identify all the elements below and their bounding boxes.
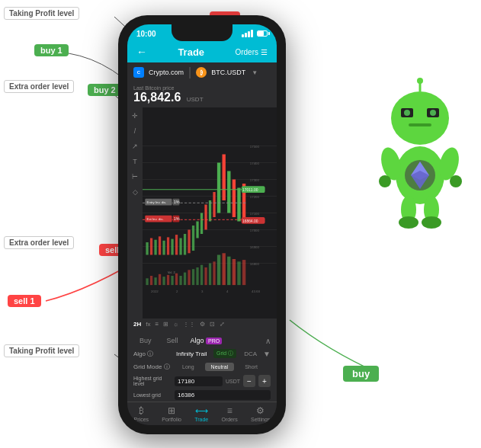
svg-rect-20: [175, 235, 178, 254]
line-tool[interactable]: /: [130, 126, 140, 136]
svg-point-88: [391, 91, 449, 145]
settings-icon: ⚙: [256, 405, 265, 416]
dca-label: DCA: [244, 350, 257, 357]
timeframe-screenshot[interactable]: ⊡: [210, 321, 215, 328]
trade-icon: ⟷: [195, 405, 208, 416]
svg-rect-21: [179, 238, 181, 255]
svg-rect-54: [223, 253, 226, 285]
long-mode-btn[interactable]: Long: [176, 363, 200, 371]
buy-tab[interactable]: Buy: [133, 334, 158, 347]
timeframe-settings[interactable]: ⚙: [200, 321, 205, 328]
svg-text:16864.00: 16864.00: [242, 219, 258, 223]
svg-text:1%: 1%: [174, 200, 180, 204]
timeframe-indicator1[interactable]: ≡: [155, 321, 159, 328]
algo-tab[interactable]: Algo PRO: [188, 334, 226, 347]
svg-rect-19: [171, 239, 173, 255]
exchange-bar[interactable]: C Crypto.com | ₿ BTC.USDT ▼: [127, 62, 277, 82]
phone: 10:00 ← Trade Or: [118, 15, 286, 434]
svg-rect-50: [204, 267, 207, 285]
signal-bar-1: [242, 34, 244, 37]
svg-rect-42: [171, 276, 173, 285]
svg-rect-30: [217, 163, 220, 213]
svg-text:17011.00: 17011.00: [242, 188, 258, 192]
svg-point-103: [450, 175, 462, 187]
sell1-label: sell 1: [8, 295, 41, 307]
settings-label: Settings: [251, 417, 270, 422]
nav-settings[interactable]: ⚙ Settings: [251, 405, 270, 422]
extra-order-top-label: Extra order level: [4, 80, 74, 93]
svg-rect-56: [232, 259, 236, 285]
svg-rect-57: [237, 261, 240, 285]
timeframe-fx[interactable]: fx: [146, 321, 150, 328]
grid-info[interactable]: Grid ⓘ: [213, 349, 236, 358]
status-icons: [242, 30, 268, 37]
top-nav: ← Trade Orders ☰: [127, 43, 277, 62]
text-tool[interactable]: T: [130, 156, 140, 167]
battery-fill: [258, 31, 264, 36]
nav-trade[interactable]: ⟷ Trade: [194, 405, 208, 422]
nav-prices[interactable]: ₿ Prices: [134, 405, 149, 422]
crosshair-tool[interactable]: ✛: [130, 110, 140, 121]
svg-rect-23: [188, 230, 190, 254]
svg-text:Vol. 2: Vol. 2: [168, 271, 175, 274]
svg-rect-15: [154, 240, 156, 255]
svg-point-102: [379, 175, 391, 187]
svg-text:Ext lev. dis.: Ext lev. dis.: [147, 217, 164, 221]
svg-text:17200: 17200: [250, 195, 260, 199]
bottom-nav: ₿ Prices ⊞ Portfolio ⟷ Trade ≡ Orders ⚙: [127, 402, 277, 425]
svg-rect-48: [196, 267, 198, 285]
lowest-grid-label: Lowest grid: [133, 392, 172, 398]
sell-tab[interactable]: Sell: [161, 334, 184, 347]
neutral-mode-btn[interactable]: Neutral: [205, 363, 235, 371]
highest-grid-row: Highest grid level 17180 USDT − +: [127, 373, 277, 389]
price-row: 16,842.6 USDT: [133, 91, 271, 104]
measure-tool[interactable]: ⊢: [130, 171, 140, 182]
svg-point-94: [417, 78, 423, 84]
svg-rect-32: [227, 171, 230, 213]
timeframe-2h[interactable]: 2H: [133, 321, 141, 328]
timeframe-bar: 2H fx ≡ ⊞ ☼ ⋮⋮ ⚙ ⊡ ⤢: [127, 318, 277, 330]
shape-tool[interactable]: ◇: [130, 187, 140, 197]
svg-rect-28: [209, 200, 211, 222]
trade-tabs: Buy Sell Algo PRO ∧: [127, 330, 277, 347]
timeframe-indicator3[interactable]: ☼: [173, 321, 178, 328]
grid-label: Grid: [216, 350, 226, 356]
nav-orders[interactable]: ≡ Orders: [221, 405, 237, 422]
panel-chevron[interactable]: ∧: [265, 337, 271, 345]
timeframe-indicator2[interactable]: ⊞: [163, 321, 168, 328]
buy2-label: buy 2: [88, 84, 122, 96]
svg-rect-14: [150, 238, 152, 255]
lowest-grid-input[interactable]: 16386: [175, 390, 271, 400]
short-mode-btn[interactable]: Short: [239, 363, 264, 371]
price-label: Last Bitcoin price: [133, 85, 271, 91]
prices-icon: ₿: [139, 405, 144, 416]
exchange-logo: C: [133, 67, 144, 78]
algo-row: Algo ⓘ Infinity Trail Grid ⓘ DCA ▼: [127, 347, 277, 360]
grid-mode-row: Grid Mode ⓘ Long Neutral Short: [127, 360, 277, 373]
price-display: Last Bitcoin price 16,842.6 USDT: [127, 82, 277, 107]
svg-point-91: [404, 110, 410, 116]
grid-mode-label: Grid Mode ⓘ: [133, 363, 172, 371]
portfolio-label: Portfolio: [162, 417, 181, 422]
svg-rect-26: [200, 213, 203, 235]
svg-text:17100: 17100: [250, 212, 260, 216]
arrow-tool[interactable]: ↗: [130, 141, 140, 152]
nav-portfolio[interactable]: ⊞ Portfolio: [162, 405, 181, 422]
dropdown-arrow[interactable]: ▼: [263, 350, 271, 358]
highest-grid-currency: USDT: [226, 379, 240, 384]
timeframe-fullscreen[interactable]: ⤢: [220, 321, 225, 328]
svg-rect-38: [154, 277, 156, 285]
svg-rect-25: [196, 222, 198, 238]
svg-rect-16: [159, 236, 161, 254]
timeframe-indicator4[interactable]: ⋮⋮: [183, 321, 195, 328]
highest-grid-plus[interactable]: +: [258, 375, 271, 387]
highest-grid-minus[interactable]: −: [243, 375, 255, 387]
signal-bar-3: [248, 31, 250, 37]
taking-profit-bottom-label: Taking Profit level: [4, 344, 79, 357]
svg-rect-46: [188, 270, 190, 285]
phone-screen: 10:00 ← Trade Or: [127, 24, 277, 425]
buy-bottom-label: buy: [343, 366, 379, 382]
highest-grid-input[interactable]: 17180: [175, 376, 223, 386]
svg-rect-37: [150, 276, 152, 285]
orders-button[interactable]: Orders ☰: [235, 48, 268, 56]
